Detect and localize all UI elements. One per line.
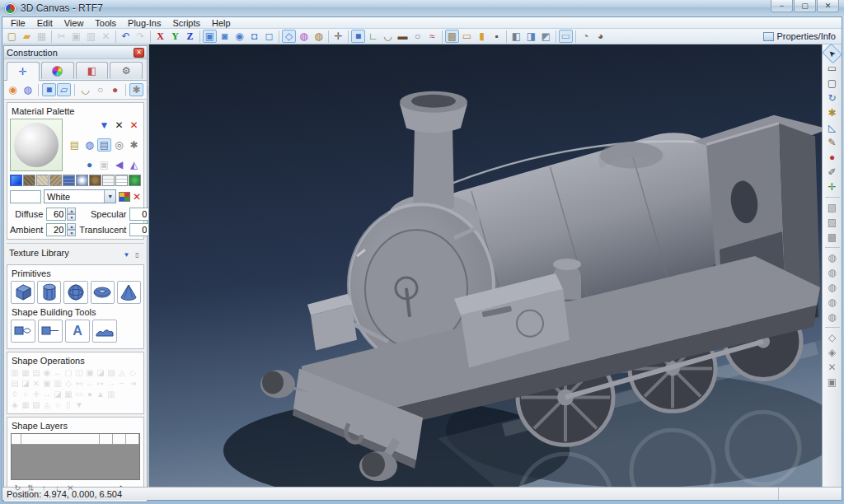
sphere-preview-icon[interactable]: ●	[82, 158, 96, 171]
primitive-cylinder-button[interactable]	[37, 281, 61, 304]
axis-y-icon[interactable]: Y	[168, 30, 182, 43]
color-palette-icon[interactable]	[119, 192, 130, 202]
texture-paint-icon[interactable]: ▩	[445, 30, 459, 43]
select-region-icon[interactable]: ◇	[282, 30, 296, 43]
swatch-list-2-icon[interactable]	[115, 175, 128, 186]
minimize-button-icon[interactable]: −	[771, 0, 793, 12]
bend-tool-icon[interactable]: ◡	[78, 83, 92, 96]
construction-panel-titlebar[interactable]: Construction ✕	[4, 46, 147, 59]
shape-layers-table[interactable]	[11, 433, 140, 480]
fill-color-icon[interactable]: ●	[824, 151, 840, 164]
menu-view[interactable]: View	[59, 18, 89, 28]
viewport-3d[interactable]	[149, 44, 822, 487]
clear-material-icon[interactable]: ✕	[112, 119, 126, 132]
swatch-grid-blue-icon[interactable]	[63, 175, 75, 186]
drag-move-icon[interactable]: ✛	[824, 180, 840, 194]
filter-materials-icon[interactable]: ▼	[97, 119, 111, 132]
build-cube-icon[interactable]: ■	[42, 83, 56, 96]
select-marquee-icon[interactable]: ▢	[824, 77, 840, 90]
select-frame-icon[interactable]: ◻	[262, 30, 276, 43]
custom-color-field[interactable]	[10, 190, 41, 203]
axis-x-icon[interactable]: X	[153, 30, 167, 43]
tab-move-tools[interactable]: ✛	[7, 62, 40, 81]
extrude-tool-icon[interactable]: ▱	[57, 83, 71, 96]
view-textured-icon[interactable]: ◨	[524, 30, 538, 43]
menu-plug-ins[interactable]: Plug-Ins	[123, 18, 166, 28]
primitive-cube-button[interactable]	[11, 281, 35, 304]
measure-tool-icon[interactable]: ◺	[824, 121, 840, 134]
paint-sphere-icon[interactable]: ●	[108, 83, 122, 96]
select-by-color-icon[interactable]: ◍	[297, 30, 311, 43]
open-folder-icon[interactable]: ▰	[20, 30, 34, 43]
light-bulb-icon[interactable]: ○	[93, 83, 107, 96]
lathe-tool-button[interactable]	[38, 320, 63, 343]
swatch-glow-icon[interactable]	[76, 175, 88, 186]
swatch-list-1-icon[interactable]	[102, 175, 115, 186]
swatch-noise-tan-icon[interactable]	[49, 175, 62, 186]
text-tool-button[interactable]: A	[65, 320, 90, 343]
swatch-rings-brown-icon[interactable]	[89, 175, 101, 186]
light-icon[interactable]: ○	[410, 30, 424, 43]
diffuse-stepper[interactable]: ▲▼	[67, 208, 76, 221]
maximize-button-icon[interactable]: ▢	[794, 0, 816, 12]
specular-input[interactable]	[129, 208, 149, 221]
eyedropper-icon[interactable]: ✐	[824, 166, 840, 179]
pointer-tool-icon[interactable]: ➤	[822, 44, 842, 64]
shape-layers-table-body[interactable]	[12, 445, 139, 479]
swatch-blue-gradient-icon[interactable]	[10, 175, 22, 186]
remove-color-icon[interactable]: ✕	[133, 191, 141, 203]
title-bar[interactable]: 3D Canvas - RTF7 −▢✕	[0, 0, 844, 16]
tab-color-tools[interactable]	[41, 62, 74, 79]
properties-info-button[interactable]: Properties/Info	[763, 31, 836, 41]
flip-left-icon[interactable]: ◀	[112, 158, 126, 171]
mirror-shape-icon[interactable]: ◭	[127, 158, 141, 171]
menu-tools[interactable]: Tools	[90, 18, 121, 28]
select-rectangle-icon[interactable]: ▭	[824, 62, 840, 75]
material-paint-icon[interactable]: ▮	[475, 30, 489, 43]
undo-icon[interactable]: ↶	[119, 30, 133, 43]
rotate-object-icon[interactable]: ↻	[824, 91, 840, 105]
primitive-torus-button[interactable]	[91, 281, 115, 304]
model-library-icon[interactable]: ▭	[460, 30, 474, 43]
paint-face-icon[interactable]: ◉	[6, 83, 20, 96]
orbit-view-icon[interactable]: ◔	[579, 30, 593, 43]
view-wireframe-icon[interactable]: ◧	[509, 30, 523, 43]
menu-file[interactable]: File	[6, 18, 30, 28]
swatch-green-icon[interactable]	[129, 175, 141, 186]
settings-gear-icon[interactable]: ✱	[129, 83, 143, 96]
primitive-cone-button[interactable]	[117, 281, 141, 304]
color-ball-icon[interactable]: ◍	[21, 83, 35, 96]
texture-library-header[interactable]: Texture Library ▼▯	[7, 243, 144, 262]
dock-pin-icon[interactable]: ▯	[132, 250, 143, 260]
ambient-input[interactable]	[46, 223, 66, 236]
material-note-icon[interactable]: ▤	[68, 138, 82, 152]
ambient-stepper[interactable]: ▲▼	[67, 223, 76, 236]
select-all-icon[interactable]: ▣	[203, 30, 217, 43]
select-volume-icon[interactable]: ◘	[247, 30, 261, 43]
diffuse-input[interactable]	[46, 208, 66, 221]
axis-z-icon[interactable]: Z	[183, 30, 197, 43]
material-web-icon[interactable]: ◍	[82, 138, 96, 152]
new-file-icon[interactable]: ▢	[5, 30, 19, 43]
close-button-icon[interactable]: ✕	[817, 0, 839, 12]
select-sphere-icon[interactable]: ◉	[232, 30, 246, 43]
translucent-input[interactable]	[129, 223, 149, 236]
pan-view-icon[interactable]: ◕	[593, 30, 607, 43]
menu-scripts[interactable]: Scripts	[167, 18, 205, 28]
material-preview[interactable]	[10, 119, 63, 171]
profile-extrude-button[interactable]	[11, 320, 35, 343]
menu-help[interactable]: Help	[207, 18, 236, 28]
terrain-tool-button[interactable]	[92, 320, 117, 343]
panel-close-icon[interactable]: ✕	[134, 48, 144, 58]
select-by-texture-icon[interactable]: ◍	[312, 30, 326, 43]
add-cube-icon[interactable]: ■	[351, 30, 365, 43]
plot-points-icon[interactable]: ∟	[366, 30, 380, 43]
swatch-noise-dark-icon[interactable]	[23, 175, 35, 186]
menu-edit[interactable]: Edit	[32, 18, 58, 28]
color-name-dropdown[interactable]: White ▼	[44, 189, 116, 203]
expand-library-icon[interactable]: ▼	[121, 250, 132, 260]
gear-options-icon[interactable]: ✱	[127, 138, 141, 152]
primitive-sphere-button[interactable]	[63, 281, 87, 304]
magic-wand-icon[interactable]: ✱	[824, 106, 840, 119]
single-view-icon[interactable]: ▭	[559, 30, 573, 43]
